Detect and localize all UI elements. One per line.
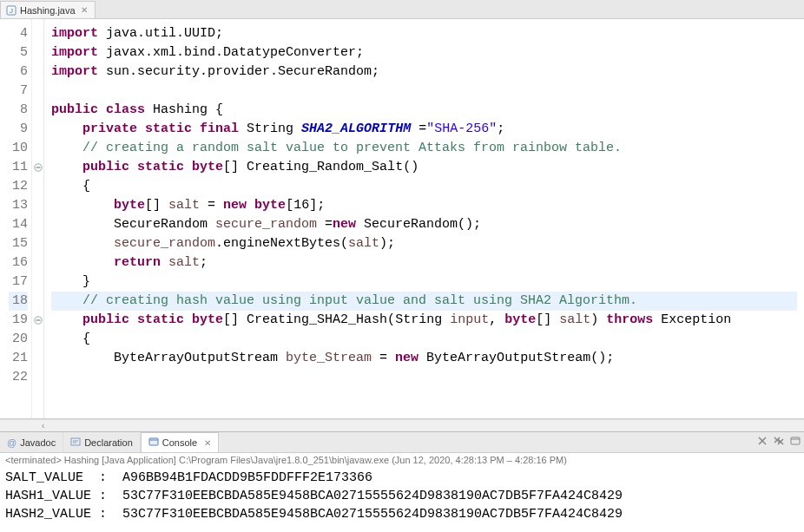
line-number: 14 (9, 215, 28, 234)
line-number: 19 (9, 311, 28, 330)
console-output[interactable]: SALT_VALUE : A96BB94B1FDACDD9B5FDDFFF2E1… (0, 467, 804, 532)
code-line[interactable]: // creating hash value using input value… (51, 292, 797, 311)
console-icon (148, 437, 159, 449)
line-number: 13 (9, 196, 28, 215)
line-number: 22 (9, 368, 28, 387)
svg-text:J: J (10, 7, 13, 15)
line-number: 16 (9, 253, 28, 273)
line-number: 20 (9, 330, 28, 349)
editor-tab-label: Hashing.java (20, 5, 76, 16)
editor-tab-bar: J Hashing.java ✕ (0, 0, 804, 19)
annotation-column (32, 19, 44, 418)
code-line[interactable]: public static byte[] Creating_Random_Sal… (51, 158, 797, 177)
line-number: 12 (9, 177, 28, 196)
svg-rect-9 (149, 438, 158, 445)
line-number: 11 (9, 158, 28, 177)
code-line[interactable] (51, 82, 797, 101)
line-number: 21 (9, 349, 28, 368)
code-line[interactable]: { (51, 330, 797, 349)
scroll-left-icon[interactable]: ‹ (42, 421, 44, 430)
code-line[interactable]: import sun.security.provider.SecureRando… (51, 62, 797, 82)
code-line[interactable]: ByteArrayOutputStream byte_Stream = new … (51, 349, 797, 368)
tab-javadoc-label: Javadoc (20, 437, 56, 448)
editor-tab-hashing[interactable]: J Hashing.java ✕ (0, 1, 96, 18)
fold-collapse-icon[interactable] (34, 163, 43, 172)
display-selected-console-icon[interactable] (790, 436, 801, 449)
code-line[interactable]: public static byte[] Creating_SHA2_Hash(… (51, 311, 797, 330)
line-number: 15 (9, 234, 28, 253)
code-line[interactable]: byte[] salt = new byte[16]; (51, 196, 797, 215)
line-number: 6 (9, 62, 28, 82)
fold-collapse-icon[interactable] (34, 316, 43, 325)
line-number: 9 (9, 120, 28, 139)
close-icon[interactable]: ✕ (79, 5, 89, 15)
code-line[interactable]: } (51, 273, 797, 292)
javadoc-icon: @ (7, 437, 16, 448)
tab-declaration[interactable]: Declaration (63, 432, 141, 452)
code-editor[interactable]: 45678910111213141516171819202122 import … (0, 19, 804, 419)
svg-rect-6 (71, 438, 80, 445)
tab-declaration-label: Declaration (84, 437, 133, 448)
code-line[interactable]: import java.util.UUID; (51, 24, 797, 43)
line-number: 17 (9, 273, 28, 292)
code-line[interactable]: public class Hashing { (51, 101, 797, 120)
editor-horizontal-scrollbar[interactable]: ‹ (0, 419, 804, 431)
code-line[interactable]: { (51, 177, 797, 196)
line-number-gutter: 45678910111213141516171819202122 (0, 19, 32, 418)
tab-javadoc[interactable]: @ Javadoc (0, 432, 63, 452)
code-line[interactable] (51, 368, 797, 387)
console-toolbar (757, 436, 801, 449)
line-number: 8 (9, 101, 28, 120)
code-line[interactable]: secure_random.engineNextBytes(salt); (51, 234, 797, 253)
declaration-icon (70, 437, 81, 449)
bottom-tab-bar: @ Javadoc Declaration Console ✕ (0, 432, 804, 453)
remove-all-icon[interactable] (773, 436, 785, 449)
console-header: <terminated> Hashing [Java Application] … (0, 453, 804, 467)
line-number: 10 (9, 139, 28, 158)
tab-console[interactable]: Console ✕ (141, 432, 219, 452)
code-line[interactable]: SecureRandom secure_random =new SecureRa… (51, 215, 797, 234)
code-content[interactable]: import java.util.UUID;import javax.xml.b… (44, 19, 804, 418)
code-line[interactable]: import javax.xml.bind.DatatypeConverter; (51, 43, 797, 62)
line-number: 4 (9, 24, 28, 43)
bottom-panel: @ Javadoc Declaration Console ✕ (0, 431, 804, 532)
line-number: 7 (9, 82, 28, 101)
java-file-icon: J (6, 5, 16, 16)
tab-console-label: Console (162, 437, 197, 448)
close-icon[interactable]: ✕ (201, 438, 211, 448)
code-line[interactable]: private static final String SHA2_ALGORIT… (51, 120, 797, 139)
line-number: 18 (9, 292, 28, 311)
code-line[interactable]: return salt; (51, 253, 797, 273)
remove-launch-icon[interactable] (757, 436, 768, 449)
code-line[interactable]: // creating a random salt value to preve… (51, 139, 797, 158)
line-number: 5 (9, 43, 28, 62)
svg-rect-17 (791, 437, 800, 444)
